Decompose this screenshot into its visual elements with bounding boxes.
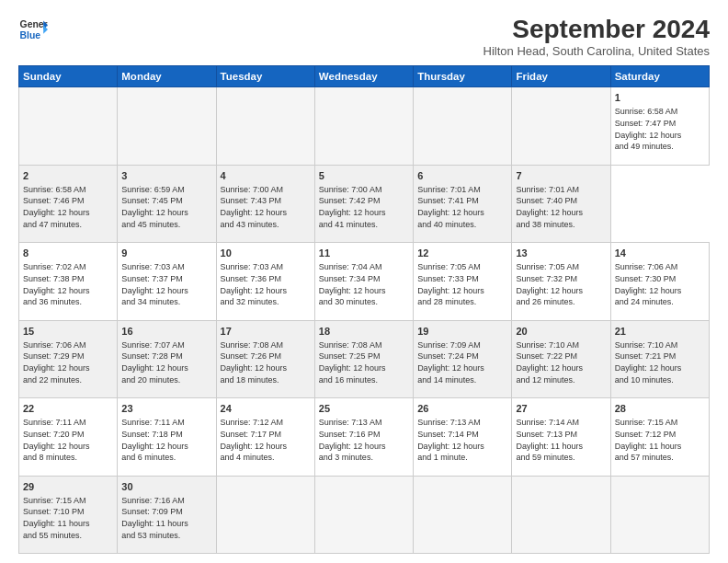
calendar-cell: 8Sunrise: 7:02 AMSunset: 7:38 PMDaylight… <box>19 243 118 321</box>
day-info: Sunrise: 7:02 AM <box>23 261 113 273</box>
day-info: Sunrise: 7:01 AM <box>417 184 507 196</box>
calendar-cell: 12Sunrise: 7:05 AMSunset: 7:33 PMDayligh… <box>414 243 512 321</box>
day-info: and 28 minutes. <box>417 296 507 308</box>
day-number: 26 <box>417 402 507 416</box>
day-info: Daylight: 12 hours <box>221 362 311 374</box>
day-info: and 45 minutes. <box>121 219 211 231</box>
day-info: Sunrise: 7:16 AM <box>121 495 211 507</box>
day-number: 22 <box>23 402 113 416</box>
day-info: Sunrise: 6:59 AM <box>121 184 211 196</box>
day-info: and 26 minutes. <box>516 296 606 308</box>
day-number: 4 <box>221 169 311 183</box>
day-info: Sunrise: 7:15 AM <box>23 495 113 507</box>
day-info: and 49 minutes. <box>615 141 705 153</box>
day-info: Sunset: 7:17 PM <box>221 429 311 441</box>
day-info: Sunrise: 7:07 AM <box>121 339 211 351</box>
day-info: Daylight: 12 hours <box>121 362 211 374</box>
calendar-cell: 23Sunrise: 7:11 AMSunset: 7:18 PMDayligh… <box>118 398 216 477</box>
day-info: Sunrise: 7:13 AM <box>319 417 409 429</box>
day-number: 7 <box>516 169 606 183</box>
calendar-cell: 5Sunrise: 7:00 AMSunset: 7:42 PMDaylight… <box>314 165 413 243</box>
day-info: Sunset: 7:37 PM <box>121 273 211 285</box>
svg-text:Blue: Blue <box>20 30 41 40</box>
logo: General Blue <box>18 15 48 44</box>
day-number: 30 <box>121 480 211 494</box>
day-info: Daylight: 12 hours <box>319 441 409 453</box>
calendar-cell: 30Sunrise: 7:16 AMSunset: 7:09 PMDayligh… <box>118 476 216 554</box>
day-info: Daylight: 12 hours <box>23 285 113 297</box>
day-info: and 43 minutes. <box>221 219 311 231</box>
calendar-cell: 11Sunrise: 7:04 AMSunset: 7:34 PMDayligh… <box>314 243 413 321</box>
day-info: Sunrise: 7:03 AM <box>121 261 211 273</box>
day-info: and 40 minutes. <box>417 219 507 231</box>
day-number: 19 <box>417 325 507 339</box>
day-info: Sunrise: 7:06 AM <box>615 261 705 273</box>
day-info: and 20 minutes. <box>121 374 211 386</box>
day-info: Daylight: 12 hours <box>417 441 507 453</box>
day-number: 10 <box>221 247 311 260</box>
day-info: Sunset: 7:33 PM <box>417 273 507 285</box>
day-info: Daylight: 12 hours <box>615 285 705 297</box>
day-info: Sunrise: 7:04 AM <box>319 261 409 273</box>
day-info: Sunrise: 6:58 AM <box>615 106 705 118</box>
day-number: 9 <box>121 247 211 260</box>
calendar-cell: 19Sunrise: 7:09 AMSunset: 7:24 PMDayligh… <box>414 320 512 398</box>
col-tuesday: Tuesday <box>216 66 314 87</box>
day-number: 15 <box>23 325 113 339</box>
calendar-cell: 4Sunrise: 7:00 AMSunset: 7:43 PMDaylight… <box>216 165 314 243</box>
day-info: and 10 minutes. <box>615 374 705 386</box>
day-info: and 32 minutes. <box>221 296 311 308</box>
day-info: Sunset: 7:45 PM <box>121 195 211 207</box>
day-info: Sunset: 7:34 PM <box>319 273 409 285</box>
calendar-cell <box>19 87 118 166</box>
day-info: Sunset: 7:30 PM <box>615 273 705 285</box>
day-info: and 8 minutes. <box>23 452 113 464</box>
calendar-cell <box>610 476 709 554</box>
day-info: Daylight: 12 hours <box>221 207 311 219</box>
day-info: and 59 minutes. <box>516 452 606 464</box>
col-thursday: Thursday <box>414 66 512 87</box>
day-info: and 53 minutes. <box>121 530 211 542</box>
calendar-cell: 29Sunrise: 7:15 AMSunset: 7:10 PMDayligh… <box>19 476 118 554</box>
calendar-cell: 16Sunrise: 7:07 AMSunset: 7:28 PMDayligh… <box>118 320 216 398</box>
day-info: and 24 minutes. <box>615 296 705 308</box>
calendar-cell <box>314 476 413 554</box>
day-info: and 14 minutes. <box>417 374 507 386</box>
calendar-cell: 15Sunrise: 7:06 AMSunset: 7:29 PMDayligh… <box>19 320 118 398</box>
day-number: 14 <box>615 247 705 260</box>
calendar-cell <box>216 476 314 554</box>
day-info: Sunrise: 7:05 AM <box>516 261 606 273</box>
day-info: Daylight: 12 hours <box>319 285 409 297</box>
day-info: Sunrise: 7:03 AM <box>221 261 311 273</box>
day-number: 21 <box>615 325 705 339</box>
day-info: Daylight: 11 hours <box>121 518 211 530</box>
calendar-cell <box>512 476 610 554</box>
calendar-week-row: 22Sunrise: 7:11 AMSunset: 7:20 PMDayligh… <box>19 398 710 477</box>
day-info: and 38 minutes. <box>516 219 606 231</box>
calendar-cell: 20Sunrise: 7:10 AMSunset: 7:22 PMDayligh… <box>512 320 610 398</box>
day-info: Daylight: 12 hours <box>516 207 606 219</box>
calendar-cell: 28Sunrise: 7:15 AMSunset: 7:12 PMDayligh… <box>610 398 709 477</box>
day-info: Sunset: 7:26 PM <box>221 350 311 362</box>
calendar-cell <box>512 87 610 166</box>
day-number: 3 <box>121 169 211 183</box>
day-info: Sunset: 7:20 PM <box>23 429 113 441</box>
day-info: and 22 minutes. <box>23 374 113 386</box>
logo-icon: General Blue <box>18 15 48 44</box>
day-info: Sunset: 7:42 PM <box>319 195 409 207</box>
day-number: 29 <box>23 480 113 494</box>
day-info: and 41 minutes. <box>319 219 409 231</box>
day-info: and 1 minute. <box>417 452 507 464</box>
day-info: Daylight: 12 hours <box>417 362 507 374</box>
day-info: Daylight: 12 hours <box>319 207 409 219</box>
day-number: 16 <box>121 325 211 339</box>
main-title: September 2024 <box>483 15 710 44</box>
calendar-cell: 2Sunrise: 6:58 AMSunset: 7:46 PMDaylight… <box>19 165 118 243</box>
day-info: and 55 minutes. <box>23 530 113 542</box>
day-info: Sunrise: 7:05 AM <box>417 261 507 273</box>
day-info: Sunrise: 7:14 AM <box>516 417 606 429</box>
title-block: September 2024 Hilton Head, South Caroli… <box>483 15 710 58</box>
col-sunday: Sunday <box>19 66 118 87</box>
day-info: Sunrise: 6:58 AM <box>23 184 113 196</box>
day-number: 25 <box>319 402 409 416</box>
